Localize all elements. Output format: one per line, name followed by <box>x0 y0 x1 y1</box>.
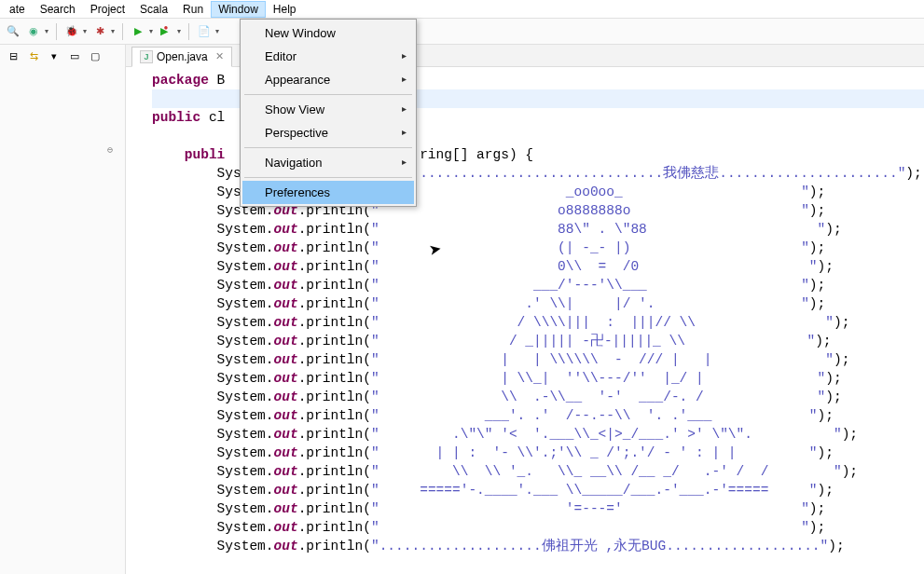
menu-item-appearance[interactable]: Appearance▸ <box>242 68 414 91</box>
maximize-icon[interactable]: ▢ <box>88 48 103 63</box>
window-menu-dropdown: New WindowEditor▸Appearance▸Show View▸Pe… <box>240 19 417 207</box>
run-icon[interactable]: ▶ <box>131 24 145 39</box>
editor-tab-open-java[interactable]: J Open.java ✕ <box>131 47 232 67</box>
dropdown-arrow-icon[interactable]: ▾ <box>45 27 48 35</box>
menu-search[interactable]: Search <box>33 1 83 18</box>
dropdown-arrow-icon[interactable]: ▾ <box>215 27 219 35</box>
toolbar-separator <box>188 23 189 40</box>
submenu-arrow-icon: ▸ <box>402 127 407 137</box>
close-tab-icon[interactable]: ✕ <box>215 50 224 62</box>
dropdown-arrow-icon[interactable]: ▾ <box>83 27 87 35</box>
menu-item-navigation[interactable]: Navigation▸ <box>242 151 414 174</box>
main-toolbar: 🔍 ◉▾ 🐞▾ ✱▾ ▶▾ ▶●▾ 📄▾ <box>0 19 924 45</box>
main-area: ⊟ ⇆ ▾ ▭ ▢ J Open.java ✕ package B public… <box>0 45 924 574</box>
view-menu-icon[interactable]: ▾ <box>47 48 62 63</box>
menu-separator <box>244 177 412 178</box>
menu-item-editor[interactable]: Editor▸ <box>242 45 414 68</box>
menu-scala[interactable]: Scala <box>132 1 175 18</box>
toolbar-separator <box>122 23 123 40</box>
coverage-icon[interactable]: ▶● <box>159 24 173 39</box>
dropdown-arrow-icon[interactable]: ▾ <box>111 27 115 35</box>
java-file-icon: J <box>140 50 153 63</box>
collapse-all-icon[interactable]: ⊟ <box>6 48 21 63</box>
tab-label: Open.java <box>157 50 208 63</box>
menu-window[interactable]: Window <box>211 1 266 18</box>
open-type-icon[interactable]: 🔍 <box>6 24 21 39</box>
menubar: ateSearchProjectScalaRunWindowHelp <box>0 0 924 19</box>
open-task-icon[interactable]: ◉ <box>26 24 41 39</box>
menu-run[interactable]: Run <box>175 1 211 18</box>
menu-ate[interactable]: ate <box>2 1 33 18</box>
menu-item-perspective[interactable]: Perspective▸ <box>242 121 414 144</box>
toolbar-separator <box>56 23 57 40</box>
dropdown-arrow-icon[interactable]: ▾ <box>149 27 153 35</box>
menu-item-preferences[interactable]: Preferences <box>242 181 414 204</box>
submenu-arrow-icon: ▸ <box>402 157 407 167</box>
menu-separator <box>244 147 412 148</box>
new-icon[interactable]: 📄 <box>197 24 212 39</box>
menu-item-show-view[interactable]: Show View▸ <box>242 98 414 121</box>
submenu-arrow-icon: ▸ <box>402 50 407 61</box>
minimize-icon[interactable]: ▭ <box>67 48 82 63</box>
submenu-arrow-icon: ▸ <box>402 74 407 84</box>
menu-separator <box>244 94 412 95</box>
launch-icon[interactable]: ✱ <box>92 24 107 39</box>
menu-project[interactable]: Project <box>83 1 132 18</box>
dropdown-arrow-icon[interactable]: ▾ <box>177 27 181 35</box>
submenu-arrow-icon: ▸ <box>402 103 407 114</box>
link-editor-icon[interactable]: ⇆ <box>26 48 41 63</box>
debug-icon[interactable]: 🐞 <box>64 24 79 39</box>
menu-help[interactable]: Help <box>266 1 304 18</box>
menu-item-new-window[interactable]: New Window <box>242 21 414 45</box>
outline-sidebar: ⊟ ⇆ ▾ ▭ ▢ <box>0 45 126 574</box>
